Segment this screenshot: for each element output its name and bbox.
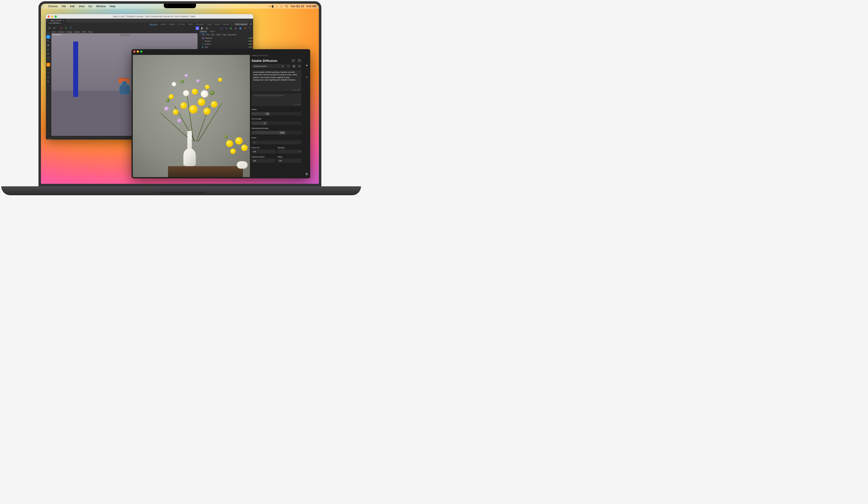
- mode-script[interactable]: Script: [214, 23, 220, 26]
- zoom-icon[interactable]: [140, 50, 143, 53]
- live-selection-indicator[interactable]: Live Selection ▸: [48, 22, 62, 24]
- control-center-icon[interactable]: ⌥: [285, 4, 288, 8]
- axis-y-icon[interactable]: Y: [64, 26, 68, 30]
- move-tool-icon[interactable]: ↔: [46, 35, 50, 39]
- toolbar-icon[interactable]: ◫: [205, 26, 209, 30]
- axis-z-icon[interactable]: Z: [69, 26, 72, 30]
- viewport-camera-label[interactable]: Camera ▾: [120, 34, 129, 36]
- obj-menu-edit[interactable]: Edit: [206, 34, 209, 36]
- menubar-app[interactable]: Chrome: [48, 5, 58, 8]
- more-icon[interactable]: ⋯: [286, 64, 291, 68]
- poly-mode-icon[interactable]: ▱: [46, 75, 50, 79]
- battery-icon[interactable]: ▭▮: [269, 4, 274, 8]
- sd-titlebar[interactable]: [132, 49, 310, 54]
- view-menu-display[interactable]: Display: [66, 31, 72, 33]
- obj-menu-file[interactable]: File: [202, 34, 205, 36]
- seed-input[interactable]: -1: [251, 140, 301, 144]
- new-layouts-button[interactable]: New Layouts: [234, 23, 248, 26]
- search-icon[interactable]: ⌕: [46, 31, 50, 34]
- object-row[interactable]: ▦ Random: [199, 37, 252, 40]
- undo-icon[interactable]: ↶: [291, 59, 296, 63]
- object-row[interactable]: ◐ Sky: [199, 46, 252, 49]
- rect-select-icon[interactable]: ▢: [46, 56, 50, 60]
- point-mode-icon[interactable]: ∴: [46, 67, 50, 71]
- brush-icon[interactable]: ✎: [46, 80, 50, 83]
- close-icon[interactable]: [133, 50, 135, 53]
- wifi-icon[interactable]: ⌵: [276, 4, 278, 8]
- mode-paint[interactable]: Paint: [187, 23, 193, 26]
- plus-icon[interactable]: ＋: [305, 75, 308, 79]
- minimize-icon[interactable]: [137, 50, 139, 53]
- menubar-time[interactable]: 9:41 AM: [307, 5, 317, 8]
- sparkle-icon[interactable]: ✦: [306, 63, 308, 67]
- view-menu-panel[interactable]: Panel: [88, 31, 93, 33]
- obj-menu-tags[interactable]: Tags: [223, 34, 226, 36]
- edge-mode-icon[interactable]: ⌇: [46, 71, 50, 75]
- cfg-slider[interactable]: 7: [251, 121, 301, 125]
- view-menu-filter[interactable]: Filter: [82, 31, 86, 33]
- plus-icon[interactable]: +: [231, 23, 232, 25]
- text-icon[interactable]: T: [248, 26, 251, 30]
- mode-simulate[interactable]: Simulate: [195, 23, 204, 26]
- restore-select[interactable]: Off: [251, 159, 276, 163]
- preset-dropdown[interactable]: deleted-preset • ▾: [251, 64, 285, 68]
- redo-icon[interactable]: ↷: [52, 26, 56, 30]
- view-menu-cameras[interactable]: Cameras: [58, 31, 64, 33]
- gear-icon[interactable]: ⚙: [250, 23, 251, 25]
- light-icon[interactable]: ✦: [243, 26, 247, 30]
- menubar-help[interactable]: Help: [110, 5, 115, 8]
- negative-prompt-textarea[interactable]: (Optional) Enter negative prompts... 0 /…: [251, 93, 301, 106]
- mode-standard[interactable]: Standard: [149, 23, 158, 26]
- mode-model[interactable]: Model: [160, 23, 167, 26]
- move-icon[interactable]: ✥: [46, 43, 50, 47]
- takes-tab[interactable]: Takes: [209, 30, 215, 33]
- menubar-go[interactable]: Go: [88, 5, 92, 8]
- c4d-titlebar[interactable]: input_2.c4d * (Student License - Non-Com…: [46, 14, 253, 19]
- axis-x-icon[interactable]: X: [59, 26, 63, 30]
- menubar-window[interactable]: Window: [96, 5, 106, 8]
- close-icon[interactable]: [48, 16, 50, 18]
- mode-uvedit[interactable]: UV Edit: [177, 23, 185, 26]
- toolbar-icon[interactable]: ◧: [200, 26, 204, 30]
- view-menu-options[interactable]: Options: [74, 31, 80, 33]
- menubar-file[interactable]: File: [62, 5, 66, 8]
- scale-icon[interactable]: ⤢: [46, 48, 50, 51]
- minimize-icon[interactable]: [51, 16, 53, 18]
- menubar-edit[interactable]: Edit: [70, 5, 75, 8]
- menubar-view[interactable]: View: [79, 5, 85, 8]
- redo-icon[interactable]: ↷: [297, 59, 301, 63]
- spotlight-icon[interactable]: ⌕: [280, 4, 282, 8]
- generator-icon[interactable]: ◉: [229, 26, 233, 30]
- settings-gear-icon[interactable]: ⚙: [305, 172, 308, 176]
- hires-select[interactable]: Off: [251, 150, 276, 153]
- steps-slider[interactable]: 40: [251, 112, 301, 115]
- sampler-select[interactable]: ▾: [277, 150, 301, 153]
- view-menu-view[interactable]: View: [52, 31, 55, 33]
- mode-track[interactable]: Track: [206, 23, 213, 26]
- obj-menu-object[interactable]: Object: [216, 34, 221, 36]
- new-tab-button[interactable]: +: [67, 19, 70, 22]
- spline-icon[interactable]: ∿: [224, 26, 228, 30]
- mode-sculpt[interactable]: Sculpt: [168, 23, 175, 26]
- model-mode-icon[interactable]: ◇: [46, 63, 50, 67]
- object-row[interactable]: ◻ Cube.1: [199, 42, 252, 46]
- prompt-textarea[interactable]: photorealistic still life painting of aw…: [251, 70, 301, 92]
- render-icon[interactable]: ▶: [196, 26, 199, 30]
- object-row[interactable]: ⋮⋮ Cloner: [199, 40, 252, 42]
- deformer-icon[interactable]: ◈: [234, 26, 237, 30]
- zoom-icon[interactable]: [54, 16, 57, 18]
- copy-icon[interactable]: ⧉: [292, 64, 296, 68]
- cube-primitive-icon[interactable]: ◻: [220, 26, 223, 30]
- denoise-slider[interactable]: 0,55: [251, 131, 301, 134]
- mode-nodes[interactable]: Nodes: [222, 23, 229, 26]
- frame-start[interactable]: 0 F: [48, 139, 52, 140]
- menubar-date[interactable]: Tue Oct 18: [291, 5, 304, 8]
- rotate-icon[interactable]: ↻: [46, 52, 50, 56]
- obj-search-icon[interactable]: ⌕: [199, 34, 200, 36]
- tiling-select[interactable]: Off: [277, 159, 301, 163]
- add-icon[interactable]: +: [297, 64, 301, 68]
- obj-menu-bookmarks[interactable]: Bookmarks: [228, 34, 236, 36]
- cursor-icon[interactable]: ↖: [46, 39, 50, 43]
- obj-menu-view[interactable]: View: [211, 34, 214, 36]
- objects-tab[interactable]: Objects: [199, 30, 207, 33]
